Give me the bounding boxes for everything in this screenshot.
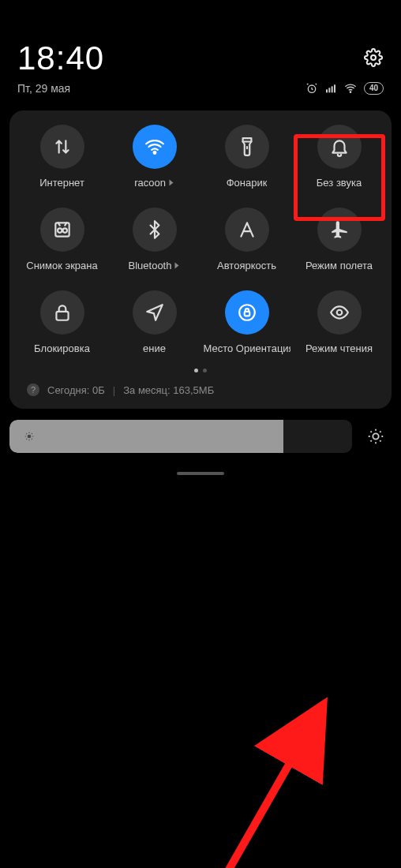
eye-icon [317, 290, 362, 335]
letter-a-icon [225, 208, 269, 252]
qs-tile-label: Место Ориентация [204, 342, 290, 354]
brightness-low-icon [24, 431, 35, 442]
qs-tile-autobright[interactable]: Автояркость [204, 208, 290, 271]
svg-point-17 [336, 310, 342, 316]
qs-tile-wifi[interactable]: racoon [111, 125, 198, 189]
auto-brightness-toggle[interactable] [360, 421, 392, 452]
info-icon: ? [27, 383, 39, 396]
expand-indicator [175, 263, 179, 269]
qs-tile-lock[interactable]: Блокировка [19, 290, 106, 354]
bell-icon [317, 125, 362, 169]
svg-rect-3 [328, 88, 330, 92]
nav-arrow-icon [133, 290, 177, 335]
quick-settings-panel: ИнтернетracoonФонарикБез звукаСнимок экр… [9, 110, 392, 409]
airplane-icon [317, 208, 362, 252]
svg-point-0 [371, 55, 376, 60]
qs-tile-flashlight[interactable]: Фонарик [204, 125, 290, 189]
qs-tile-label: ение [143, 342, 166, 354]
bluetooth-icon [133, 208, 177, 252]
lock-rotate-icon [225, 290, 269, 335]
qs-tile-label: Автояркость [217, 260, 276, 271]
expand-indicator [169, 180, 173, 186]
svg-rect-5 [334, 84, 335, 92]
qs-tile-label: Bluetooth [129, 260, 181, 271]
qs-tile-reading[interactable]: Режим чтения [296, 290, 383, 354]
brightness-slider[interactable] [9, 420, 352, 453]
battery-indicator: 40 [364, 82, 384, 95]
signal-icon [324, 82, 337, 95]
qs-tile-label: Режим чтения [305, 342, 373, 354]
qs-tile-screenshot[interactable]: Снимок экрана [19, 208, 106, 271]
svg-rect-14 [56, 312, 68, 320]
lock-icon [40, 290, 84, 335]
qs-tile-location[interactable]: ение [111, 290, 198, 354]
qs-tile-orientation[interactable]: Место Ориентация [204, 290, 290, 354]
svg-point-7 [153, 152, 156, 154]
qs-tile-internet[interactable]: Интернет [19, 125, 106, 189]
svg-point-11 [58, 228, 62, 232]
clock-time: 18:40 [17, 39, 104, 77]
annotation-arrow [0, 475, 401, 868]
page-dots [16, 369, 385, 372]
svg-point-19 [373, 433, 378, 439]
alarm-icon [305, 82, 318, 95]
svg-point-18 [28, 435, 31, 438]
qs-tile-label: Блокировка [34, 342, 90, 354]
qs-tile-label: Без звука [317, 177, 362, 189]
qs-tile-label: Интернет [39, 177, 84, 189]
svg-line-20 [103, 704, 324, 868]
data-arrows-icon [40, 125, 84, 169]
status-icons: 40 [305, 82, 384, 95]
wifi-icon [133, 125, 177, 169]
qs-tile-label: racoon [134, 177, 174, 189]
data-usage-line[interactable]: ? Сегодня: 0Б | За месяц: 163,5МБ [16, 380, 385, 398]
svg-rect-2 [326, 89, 328, 92]
qs-tile-bluetooth[interactable]: Bluetooth [111, 208, 198, 271]
svg-point-6 [350, 92, 350, 92]
qs-tile-airplane[interactable]: Режим полета [296, 208, 383, 271]
settings-gear-icon[interactable] [363, 47, 384, 68]
qs-tile-label: Снимок экрана [26, 260, 98, 271]
wifi-status-icon [343, 82, 358, 95]
flashlight-icon [225, 125, 269, 169]
qs-tile-silent[interactable]: Без звука [296, 125, 383, 189]
panel-drag-handle[interactable] [177, 472, 224, 475]
qs-tile-label: Режим полета [305, 260, 373, 271]
date-label: Пт, 29 мая [17, 82, 70, 95]
svg-rect-4 [332, 86, 333, 92]
qs-tile-label: Фонарик [227, 177, 268, 189]
svg-point-12 [62, 228, 66, 232]
screenshot-icon [40, 208, 84, 252]
